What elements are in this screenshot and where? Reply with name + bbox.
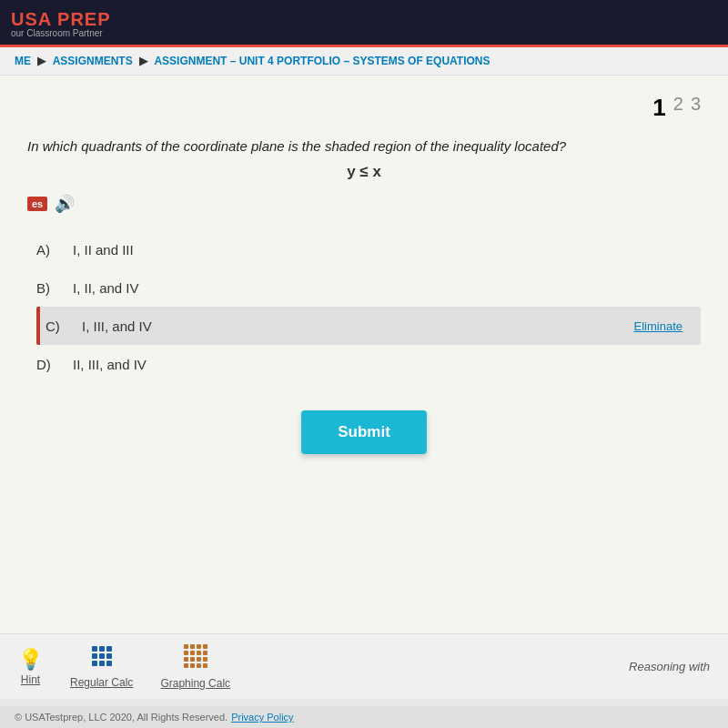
page-num-3[interactable]: 3 — [691, 94, 701, 122]
svg-rect-10 — [190, 644, 195, 649]
svg-rect-4 — [99, 653, 105, 659]
svg-rect-21 — [184, 663, 188, 668]
svg-rect-2 — [106, 646, 112, 652]
logo-area: USA PREP our Classroom Partner — [11, 9, 111, 38]
graphing-calc-icon — [183, 643, 208, 675]
audio-icon[interactable]: 🔊 — [55, 194, 75, 214]
choice-text-a: I, II and III — [73, 242, 134, 258]
graphing-calc-tool[interactable]: Graphing Calc — [160, 643, 230, 690]
svg-rect-17 — [184, 657, 188, 662]
choice-text-b: I, II, and IV — [73, 280, 139, 296]
choice-text-c: I, III, and IV — [82, 318, 152, 334]
svg-rect-15 — [197, 651, 201, 655]
header-red-bar — [0, 45, 728, 47]
svg-rect-16 — [203, 651, 207, 655]
choice-row-b[interactable]: B) I, II, and IV — [36, 268, 701, 307]
svg-rect-12 — [203, 644, 207, 649]
svg-rect-7 — [99, 661, 105, 666]
svg-rect-3 — [92, 653, 97, 659]
page-num-2[interactable]: 2 — [673, 94, 683, 122]
es-badge: es — [27, 197, 47, 211]
svg-rect-6 — [92, 661, 97, 666]
eliminate-link[interactable]: Eliminate — [634, 319, 682, 333]
submit-button[interactable]: Submit — [301, 410, 427, 454]
graphing-calc-label: Graphing Calc — [160, 677, 230, 690]
svg-rect-20 — [203, 657, 207, 662]
answer-choices: A) I, II and III B) I, II, and IV C) I, … — [36, 230, 701, 383]
header: USA PREP our Classroom Partner — [0, 0, 728, 47]
footer-privacy-link[interactable]: Privacy Policy — [231, 712, 293, 723]
reasoning-text: Reasoning with — [629, 660, 710, 673]
choice-row-c[interactable]: C) I, III, and IV Eliminate — [36, 307, 701, 345]
svg-rect-1 — [99, 646, 105, 652]
inequality-display: y ≤ x — [27, 163, 701, 181]
page-numbers: 1 2 3 — [27, 94, 701, 122]
breadcrumb-home[interactable]: ME — [15, 55, 31, 67]
logo-text: USA PREP — [11, 9, 111, 30]
hint-tool[interactable]: 💡 Hint — [18, 648, 43, 686]
choice-letter-b: B) — [36, 280, 73, 296]
breadcrumb-arrow-1: ▶ — [37, 55, 46, 67]
footer: © USATestprep, LLC 2020, All Rights Rese… — [0, 706, 728, 728]
breadcrumb-arrow-2: ▶ — [139, 55, 147, 67]
svg-rect-24 — [203, 663, 207, 668]
question-text: In which quadrants of the coordinate pla… — [27, 138, 701, 154]
choice-letter-c: C) — [46, 318, 82, 334]
regular-calc-tool[interactable]: Regular Calc — [70, 644, 133, 689]
svg-rect-5 — [106, 653, 112, 659]
bottom-toolbar: 💡 Hint Regular Calc — [0, 633, 728, 699]
choice-letter-a: A) — [36, 242, 73, 258]
choice-letter-d: D) — [36, 357, 73, 372]
choice-row-a[interactable]: A) I, II and III — [36, 230, 701, 268]
svg-rect-19 — [197, 657, 201, 662]
es-row: es 🔊 — [27, 194, 701, 214]
logo-subtitle: our Classroom Partner — [11, 28, 103, 38]
svg-rect-18 — [190, 657, 195, 662]
svg-rect-13 — [184, 651, 188, 655]
breadcrumb-assignments[interactable]: ASSIGNMENTS — [53, 55, 133, 67]
hint-label: Hint — [21, 673, 40, 686]
svg-rect-23 — [197, 663, 201, 668]
svg-rect-9 — [184, 644, 188, 649]
hint-icon: 💡 — [18, 648, 43, 672]
choice-row-d[interactable]: D) II, III, and IV — [36, 345, 701, 383]
page-num-1[interactable]: 1 — [652, 94, 665, 122]
svg-rect-11 — [197, 644, 201, 649]
breadcrumb-current: ASSIGNMENT – UNIT 4 PORTFOLIO – SYSTEMS … — [154, 55, 490, 67]
main-content: 1 2 3 In which quadrants of the coordina… — [0, 76, 728, 694]
svg-rect-8 — [106, 661, 112, 666]
submit-area: Submit — [27, 410, 701, 454]
choice-text-d: II, III, and IV — [73, 357, 147, 372]
footer-copyright: © USATestprep, LLC 2020, All Rights Rese… — [15, 712, 228, 723]
regular-calc-label: Regular Calc — [70, 676, 133, 689]
breadcrumb: ME ▶ ASSIGNMENTS ▶ ASSIGNMENT – UNIT 4 P… — [0, 47, 728, 76]
regular-calc-icon — [90, 644, 114, 674]
svg-rect-22 — [190, 663, 195, 668]
svg-rect-14 — [190, 651, 195, 655]
svg-rect-0 — [92, 646, 97, 652]
